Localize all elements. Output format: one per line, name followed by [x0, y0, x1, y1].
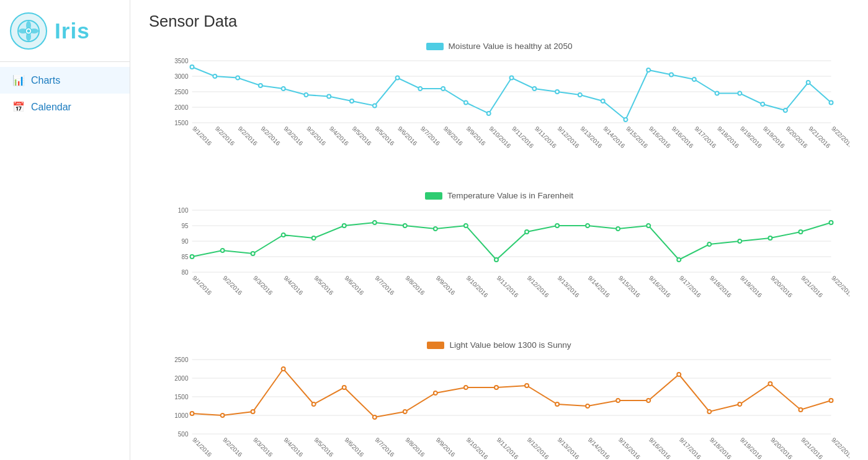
svg-point-102 — [707, 242, 711, 246]
svg-point-147 — [434, 391, 437, 395]
svg-text:9/22/2016: 9/22/2016 — [830, 275, 849, 299]
svg-point-38 — [669, 73, 673, 77]
svg-point-24 — [350, 99, 354, 103]
svg-point-158 — [768, 382, 772, 386]
logo-area: Iris — [0, 0, 130, 62]
charts-icon: 📊 — [12, 74, 25, 86]
svg-point-17 — [190, 65, 194, 69]
app-logo — [10, 12, 47, 50]
svg-text:9/5/2016: 9/5/2016 — [313, 275, 335, 297]
svg-point-28 — [441, 87, 445, 91]
svg-text:9/19/2016: 9/19/2016 — [762, 125, 787, 150]
svg-point-100 — [647, 224, 650, 228]
nav-items: 📊 Charts 📅 Calendar — [0, 62, 130, 120]
temperature-legend: Temperature Value is in Farenheit — [149, 191, 849, 200]
svg-point-144 — [342, 386, 346, 389]
svg-text:9/14/2016: 9/14/2016 — [587, 436, 612, 460]
svg-text:9/6/2016: 9/6/2016 — [343, 275, 365, 297]
svg-text:9/1/2016: 9/1/2016 — [191, 275, 213, 297]
svg-point-152 — [586, 404, 589, 408]
svg-text:9/14/2016: 9/14/2016 — [587, 275, 612, 299]
svg-text:9/16/2016: 9/16/2016 — [671, 125, 696, 150]
svg-point-87 — [251, 252, 255, 255]
svg-text:9/6/2016: 9/6/2016 — [343, 436, 365, 459]
temperature-legend-label: Temperature Value is in Farenheit — [447, 191, 573, 200]
moisture-chart: Moisture Value is healthy at 2050 150020… — [149, 42, 849, 172]
svg-point-155 — [677, 373, 681, 376]
svg-text:9/5/2016: 9/5/2016 — [313, 436, 335, 459]
svg-text:9/22/2016: 9/22/2016 — [830, 436, 849, 460]
svg-text:9/2/2016: 9/2/2016 — [259, 125, 282, 148]
svg-text:90: 90 — [181, 238, 189, 245]
svg-point-156 — [707, 410, 711, 414]
svg-point-93 — [434, 227, 437, 231]
svg-point-32 — [532, 87, 536, 91]
svg-point-148 — [464, 386, 468, 389]
svg-point-37 — [647, 68, 650, 72]
svg-text:9/10/2016: 9/10/2016 — [465, 436, 490, 460]
nav-charts-label: Charts — [31, 75, 60, 86]
svg-text:9/5/2016: 9/5/2016 — [351, 125, 374, 148]
svg-point-40 — [715, 92, 719, 95]
svg-text:9/16/2016: 9/16/2016 — [648, 436, 673, 460]
light-legend-label: Light Value below 1300 is Sunny — [449, 340, 571, 350]
svg-point-151 — [555, 402, 559, 406]
svg-point-43 — [784, 108, 787, 112]
svg-point-27 — [418, 87, 422, 91]
main-content: Sensor Data Moisture Value is healthy at… — [130, 0, 868, 460]
svg-text:9/14/2016: 9/14/2016 — [602, 125, 627, 150]
svg-point-30 — [487, 112, 491, 115]
svg-point-160 — [830, 399, 833, 402]
svg-point-89 — [312, 236, 316, 240]
page-title: Sensor Data — [149, 12, 849, 30]
svg-point-145 — [373, 415, 377, 419]
svg-text:9/16/2016: 9/16/2016 — [648, 275, 673, 299]
svg-text:9/18/2016: 9/18/2016 — [709, 275, 733, 299]
svg-text:9/8/2016: 9/8/2016 — [442, 125, 465, 148]
nav-calendar-label: Calendar — [31, 102, 71, 113]
svg-point-25 — [373, 104, 377, 108]
sidebar: Iris 📊 Charts 📅 Calendar — [0, 0, 130, 460]
svg-text:9/3/2016: 9/3/2016 — [305, 125, 328, 148]
svg-point-86 — [221, 249, 225, 252]
svg-text:9/13/2016: 9/13/2016 — [557, 275, 581, 299]
svg-text:9/8/2016: 9/8/2016 — [404, 436, 426, 459]
svg-point-29 — [464, 101, 468, 105]
svg-text:100: 100 — [178, 207, 189, 214]
svg-point-90 — [342, 224, 346, 228]
svg-point-101 — [677, 258, 681, 262]
svg-text:9/19/2016: 9/19/2016 — [739, 125, 764, 150]
svg-point-85 — [190, 255, 194, 259]
svg-text:9/2/2016: 9/2/2016 — [237, 125, 259, 148]
svg-text:9/13/2016: 9/13/2016 — [579, 125, 604, 150]
svg-text:9/22/2016: 9/22/2016 — [830, 125, 849, 150]
svg-point-18 — [213, 74, 217, 78]
svg-text:1500: 1500 — [174, 394, 189, 400]
svg-point-26 — [396, 76, 400, 80]
svg-text:9/15/2016: 9/15/2016 — [617, 436, 642, 460]
light-legend: Light Value below 1300 is Sunny — [149, 340, 849, 350]
svg-text:9/15/2016: 9/15/2016 — [617, 275, 642, 299]
svg-point-99 — [616, 227, 620, 231]
svg-text:80: 80 — [181, 269, 189, 276]
svg-point-149 — [494, 386, 498, 389]
svg-text:1000: 1000 — [174, 412, 189, 419]
svg-point-106 — [830, 221, 833, 224]
app-name: Iris — [55, 19, 90, 43]
svg-text:9/15/2016: 9/15/2016 — [625, 125, 650, 150]
svg-text:9/12/2016: 9/12/2016 — [557, 125, 581, 150]
nav-charts[interactable]: 📊 Charts — [0, 67, 130, 94]
nav-calendar[interactable]: 📅 Calendar — [0, 94, 130, 120]
svg-text:9/7/2016: 9/7/2016 — [374, 436, 396, 459]
svg-text:9/4/2016: 9/4/2016 — [328, 125, 351, 148]
svg-point-150 — [525, 384, 529, 387]
svg-point-91 — [373, 221, 377, 224]
svg-text:9/8/2016: 9/8/2016 — [404, 275, 426, 297]
svg-point-6 — [27, 29, 30, 32]
svg-point-92 — [403, 224, 407, 228]
svg-point-22 — [304, 93, 308, 97]
svg-text:9/6/2016: 9/6/2016 — [396, 125, 419, 148]
svg-text:9/16/2016: 9/16/2016 — [648, 125, 673, 150]
svg-point-105 — [799, 230, 802, 234]
light-legend-swatch — [427, 342, 444, 349]
